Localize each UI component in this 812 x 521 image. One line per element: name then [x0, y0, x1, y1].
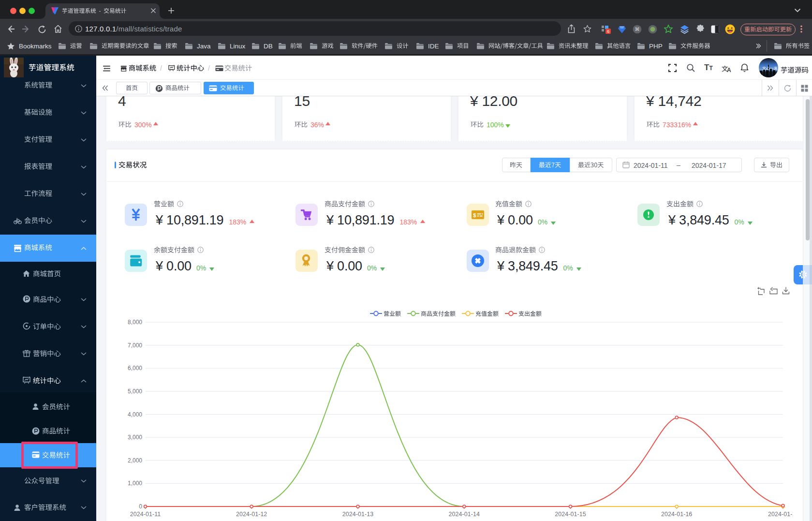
- svg-text:$: $: [473, 212, 476, 218]
- svg-text:6: 6: [607, 29, 609, 34]
- svg-text:⌘: ⌘: [635, 27, 640, 32]
